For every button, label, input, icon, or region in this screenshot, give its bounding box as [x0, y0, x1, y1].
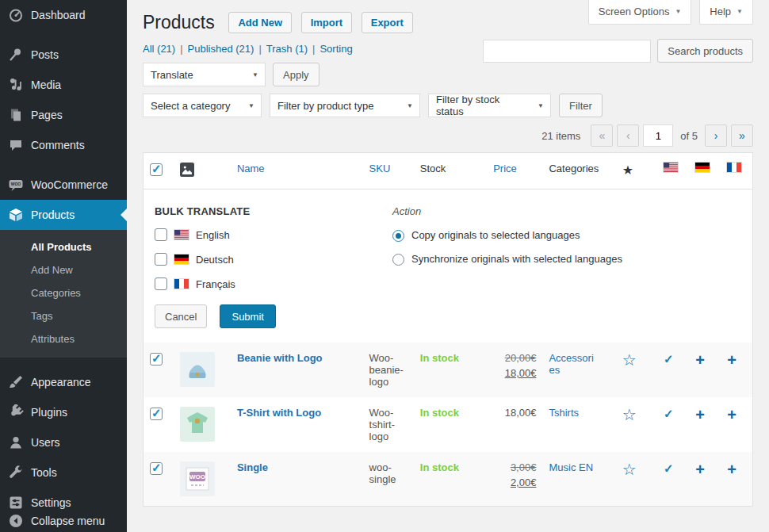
sidebar-item-comments[interactable]: Comments [0, 130, 127, 160]
deutsch-checkbox[interactable] [155, 253, 167, 266]
sidebar-label: Collapse menu [31, 515, 105, 527]
language-label: Deutsch [196, 254, 234, 266]
category-link[interactable]: Music EN [549, 461, 593, 473]
filter-button[interactable]: Filter [559, 94, 603, 117]
help-button[interactable]: Help ▼ [699, 0, 753, 25]
sidebar-item-pages[interactable]: Pages [0, 100, 127, 130]
add-new-button[interactable]: Add New [228, 12, 292, 33]
submenu-add-new[interactable]: Add New [0, 258, 127, 281]
sidebar-item-posts[interactable]: Posts [0, 40, 127, 70]
sidebar-item-woocommerce[interactable]: WOO WooCommerce [0, 170, 127, 200]
edit-translation-en-icon[interactable]: ✓ [664, 352, 674, 366]
featured-column-icon: ★ [622, 163, 633, 177]
next-page-button[interactable]: › [705, 124, 727, 147]
submenu-categories[interactable]: Categories [0, 281, 127, 304]
view-trash-link[interactable]: Trash (1) [266, 43, 308, 55]
admin-sidebar: Dashboard Posts Media Pages Comments WOO… [0, 0, 127, 532]
chevron-down-icon: ▼ [736, 8, 743, 15]
view-all-link[interactable]: All (21) [143, 43, 175, 55]
current-page-input[interactable] [643, 124, 673, 147]
apply-button[interactable]: Apply [273, 63, 319, 86]
wrench-icon [8, 465, 24, 480]
sidebar-item-appearance[interactable]: Appearance [0, 367, 127, 397]
submit-button[interactable]: Submit [220, 304, 275, 328]
search-input[interactable] [483, 40, 651, 63]
add-translation-de-icon[interactable]: + [695, 351, 705, 369]
sort-by-price-header[interactable]: Price [493, 163, 517, 174]
import-button[interactable]: Import [301, 12, 352, 33]
help-label: Help [710, 6, 731, 17]
submenu-tags[interactable]: Tags [0, 304, 127, 327]
woocommerce-icon: WOO [8, 177, 24, 193]
product-thumbnail-single[interactable]: WOO [180, 461, 224, 496]
flag-fr-icon [174, 279, 189, 289]
sidebar-label: Posts [31, 48, 59, 61]
sidebar-item-users[interactable]: Users [0, 427, 127, 457]
view-sorting-link[interactable]: Sorting [319, 43, 352, 55]
add-translation-fr-icon[interactable]: + [727, 406, 736, 423]
sidebar-item-plugins[interactable]: Plugins [0, 397, 127, 427]
sidebar-item-products[interactable]: Products [0, 200, 127, 230]
category-link[interactable]: Accessories [549, 352, 598, 376]
sidebar-label: Pages [31, 109, 63, 121]
category-filter-select[interactable]: Select a category [143, 94, 262, 117]
flag-us-icon [664, 163, 678, 172]
add-translation-de-icon[interactable]: + [695, 461, 705, 478]
category-link[interactable]: Tshirts [549, 407, 579, 419]
bulk-translate-row: BULK TRANSLATE English Deutsch [143, 189, 753, 343]
search-products-button[interactable]: Search products [657, 39, 753, 63]
featured-star-toggle[interactable]: ☆ [622, 406, 637, 423]
bulk-translate-panel: BULK TRANSLATE English Deutsch [150, 199, 746, 333]
row-checkbox[interactable] [150, 408, 163, 420]
pages-icon [8, 107, 24, 123]
edit-translation-en-icon[interactable]: ✓ [664, 407, 674, 420]
row-checkbox[interactable] [150, 462, 163, 475]
brush-icon [8, 374, 24, 390]
product-thumbnail-beanie[interactable] [180, 352, 224, 387]
box-icon [8, 207, 24, 223]
export-button[interactable]: Export [362, 12, 413, 33]
screen-options-button[interactable]: Screen Options ▼ [588, 0, 692, 25]
sort-by-sku-header[interactable]: SKU [369, 163, 391, 174]
add-translation-de-icon[interactable]: + [695, 406, 705, 423]
copy-originals-radio[interactable] [392, 230, 404, 242]
collapse-icon [8, 513, 24, 529]
edit-translation-en-icon[interactable]: ✓ [664, 461, 674, 475]
last-page-button[interactable]: » [731, 124, 753, 147]
stock-status-filter-select[interactable]: Filter by stock status [428, 94, 551, 117]
featured-star-toggle[interactable]: ☆ [622, 461, 637, 478]
row-checkbox[interactable] [150, 353, 163, 366]
prev-page-button[interactable]: ‹ [617, 124, 639, 147]
add-translation-fr-icon[interactable]: + [727, 461, 736, 478]
filters-bar: Select a category Filter by product type… [127, 86, 769, 117]
first-page-button[interactable]: « [591, 124, 613, 147]
product-name-link[interactable]: Single [237, 461, 268, 473]
product-thumbnail-tshirt[interactable] [180, 407, 224, 442]
language-option-francais: Français [155, 277, 392, 290]
product-type-filter-select[interactable]: Filter by product type [270, 94, 420, 117]
collapse-menu-button[interactable]: Collapse menu [0, 506, 127, 532]
product-row-beanie-with-logo: Beanie with Logo Woo-beanie-logo In stoc… [143, 343, 753, 397]
view-published-link[interactable]: Published (21) [188, 43, 254, 55]
sidebar-label: Appearance [31, 376, 91, 388]
sidebar-item-dashboard[interactable]: Dashboard [0, 0, 127, 30]
product-sku: Woo-beanie-logo [369, 352, 404, 388]
product-name-link[interactable]: Beanie with Logo [237, 352, 323, 364]
synchronize-originals-radio[interactable] [392, 254, 404, 266]
submenu-attributes[interactable]: Attributes [0, 327, 127, 350]
select-all-checkbox[interactable] [150, 163, 163, 176]
english-checkbox[interactable] [155, 228, 167, 241]
submenu-all-products[interactable]: All Products [0, 235, 127, 258]
add-translation-fr-icon[interactable]: + [727, 351, 736, 369]
sidebar-item-media[interactable]: Media [0, 70, 127, 100]
featured-star-toggle[interactable]: ☆ [622, 351, 637, 369]
sort-by-name-header[interactable]: Name [237, 163, 265, 174]
svg-text:WOO: WOO [189, 473, 205, 480]
sidebar-item-tools[interactable]: Tools [0, 457, 127, 488]
product-name-link[interactable]: T-Shirt with Logo [237, 407, 321, 419]
francais-checkbox[interactable] [155, 277, 167, 290]
cancel-button[interactable]: Cancel [155, 304, 207, 328]
products-table: Name SKU Stock Price Categories ★ [143, 152, 753, 507]
product-row-single: WOO Single woo-single In stock 3,00€ 2,0… [143, 452, 753, 507]
bulk-action-select[interactable]: Translate [143, 63, 266, 86]
